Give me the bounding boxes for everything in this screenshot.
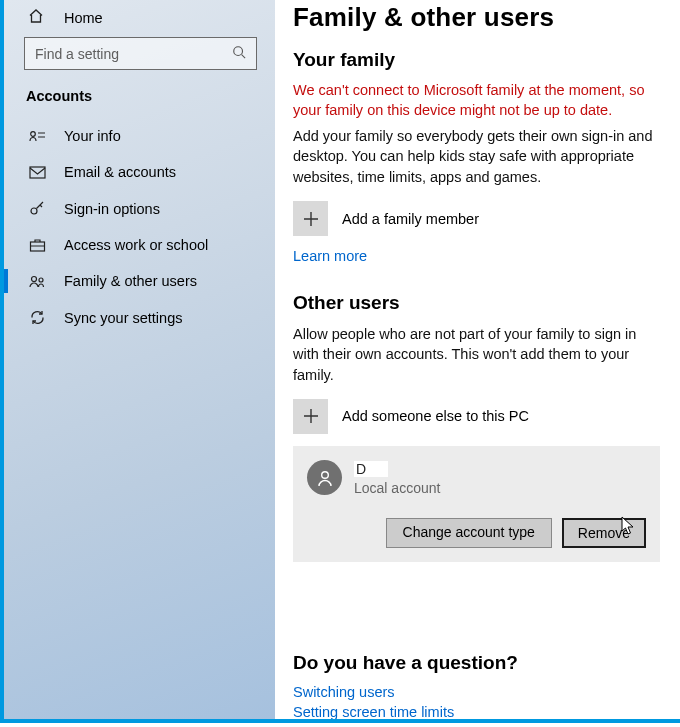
people-icon — [28, 274, 46, 289]
other-users-heading: Other users — [293, 292, 660, 314]
add-other-user-button[interactable]: Add someone else to this PC — [293, 399, 660, 434]
user-type: Local account — [354, 480, 440, 496]
main-panel: Family & other users Your family We can'… — [275, 0, 680, 719]
svg-point-0 — [234, 47, 243, 56]
user-card[interactable]: D Local account Change account type Remo… — [293, 446, 660, 562]
home-label: Home — [64, 10, 103, 26]
svg-point-1 — [30, 132, 35, 137]
person-card-icon — [28, 129, 46, 143]
key-icon — [28, 200, 46, 217]
family-error: We can't connect to Microsoft family at … — [293, 81, 660, 120]
sidebar-item-work-school[interactable]: Access work or school — [4, 227, 275, 263]
help-link-switching-users[interactable]: Switching users — [293, 684, 660, 700]
sidebar-item-label: Family & other users — [64, 273, 197, 289]
page-title: Family & other users — [293, 2, 660, 33]
sidebar-item-your-info[interactable]: Your info — [4, 118, 275, 154]
avatar — [307, 460, 342, 495]
learn-more-link[interactable]: Learn more — [293, 248, 660, 264]
svg-rect-2 — [30, 167, 45, 178]
help-link-screen-time[interactable]: Setting screen time limits — [293, 704, 660, 719]
briefcase-icon — [28, 238, 46, 253]
search-icon — [232, 45, 246, 62]
sidebar-item-label: Your info — [64, 128, 121, 144]
user-name: D — [354, 461, 388, 477]
home-button[interactable]: Home — [4, 2, 275, 37]
sidebar-item-signin-options[interactable]: Sign-in options — [4, 190, 275, 227]
sidebar-item-label: Email & accounts — [64, 164, 176, 180]
family-heading: Your family — [293, 49, 660, 71]
family-blurb: Add your family so everybody gets their … — [293, 126, 660, 187]
plus-icon — [293, 201, 328, 236]
other-users-blurb: Allow people who are not part of your fa… — [293, 324, 660, 385]
svg-point-5 — [32, 276, 37, 281]
mail-icon — [28, 166, 46, 179]
sidebar-item-label: Access work or school — [64, 237, 208, 253]
add-family-label: Add a family member — [342, 211, 479, 227]
search-input[interactable]: Find a setting — [24, 37, 257, 70]
category-heading: Accounts — [4, 84, 275, 118]
sidebar-item-family-other-users[interactable]: Family & other users — [4, 263, 275, 299]
sidebar-item-email-accounts[interactable]: Email & accounts — [4, 154, 275, 190]
svg-point-6 — [39, 278, 43, 282]
plus-icon — [293, 399, 328, 434]
sidebar-item-label: Sync your settings — [64, 310, 182, 326]
search-placeholder: Find a setting — [35, 46, 119, 62]
sidebar-item-sync-settings[interactable]: Sync your settings — [4, 299, 275, 336]
svg-point-7 — [321, 472, 328, 479]
remove-button[interactable]: Remove — [562, 518, 646, 548]
add-family-member-button[interactable]: Add a family member — [293, 201, 660, 236]
question-heading: Do you have a question? — [293, 652, 660, 674]
change-account-type-button[interactable]: Change account type — [386, 518, 552, 548]
svg-point-3 — [31, 208, 37, 214]
sidebar-item-label: Sign-in options — [64, 201, 160, 217]
sidebar: Home Find a setting Accounts Your info — [0, 0, 275, 719]
home-icon — [28, 8, 46, 27]
add-other-label: Add someone else to this PC — [342, 408, 529, 424]
sync-icon — [28, 309, 46, 326]
